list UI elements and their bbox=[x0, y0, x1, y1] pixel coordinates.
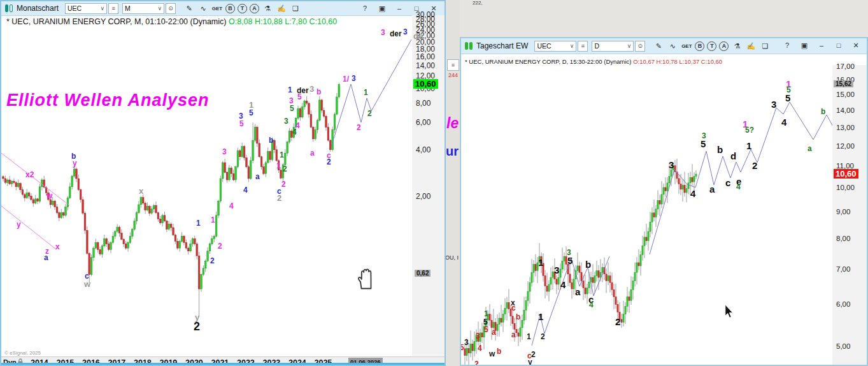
year-axis-label: 2019 bbox=[160, 358, 178, 366]
elliott-projection-line bbox=[331, 40, 411, 147]
background-watermark-fragment-2: ur bbox=[446, 144, 459, 159]
price-tick-label: 12,00 bbox=[836, 142, 855, 150]
year-axis-label: 2021 bbox=[211, 358, 229, 366]
monthly-candlestick-chart[interactable] bbox=[1, 1, 446, 366]
price-tick-label: 14,00 bbox=[836, 106, 855, 114]
esignal-copyright: © eSignal, 2025 bbox=[4, 350, 41, 356]
year-axis-label: 2018 bbox=[134, 358, 152, 366]
wave-label: 1 bbox=[527, 333, 531, 340]
wave-label: x bbox=[55, 243, 60, 251]
year-axis-label: 2023 bbox=[263, 358, 281, 366]
wave-label: 1 bbox=[364, 89, 368, 96]
wave-label: 2 bbox=[218, 242, 222, 250]
wave-label: 3 bbox=[554, 265, 559, 275]
background-menu-button-fragment[interactable]: ≡ bbox=[447, 59, 459, 71]
wave-label: w bbox=[489, 350, 495, 358]
wave-label: b bbox=[585, 260, 591, 269]
wave-label: 5 bbox=[460, 344, 464, 351]
monthly-chart-header: * UEC, URANIUM ENERGY CORP, M, 01:10-22:… bbox=[6, 17, 337, 26]
price-tick-label: 11,00 bbox=[836, 162, 854, 170]
wave-label: 2 bbox=[474, 360, 479, 366]
price-tick-label: 6,00 bbox=[836, 300, 850, 308]
price-tick-label: 8,00 bbox=[416, 99, 430, 108]
wave-label: a bbox=[492, 328, 496, 336]
wave-label: 4 bbox=[229, 202, 234, 210]
background-red-number-fragment: 244 bbox=[448, 72, 458, 78]
daily-chart-header: * UEC, URANIUM ENERGY CORP, D, 15:30-22:… bbox=[465, 58, 722, 65]
wave-label: 3 bbox=[403, 28, 408, 36]
year-axis-label: 2020 bbox=[185, 358, 203, 366]
wave-label: a bbox=[709, 184, 715, 194]
wave-label: 4 bbox=[243, 186, 248, 194]
wave-label: 2 bbox=[327, 158, 331, 166]
wave-label: a bbox=[575, 287, 580, 296]
wave-label: der bbox=[297, 87, 309, 94]
price-tick-label: 17,00 bbox=[836, 62, 855, 70]
wave-label: 4 bbox=[690, 189, 695, 198]
price-tick-label: 6,00 bbox=[416, 118, 430, 127]
wave-label: b bbox=[269, 136, 273, 144]
wave-label: 3 bbox=[771, 99, 776, 109]
wave-label: x bbox=[139, 187, 143, 195]
wave-label: a bbox=[511, 331, 516, 339]
price-tick-label: 15,00 bbox=[836, 91, 855, 98]
price-tick-label: 16,00 bbox=[416, 52, 435, 61]
year-axis-label: 2014 bbox=[31, 358, 48, 366]
background-watermark-fragment-1: le bbox=[446, 115, 459, 132]
wave-label: x2 bbox=[25, 171, 34, 179]
wave-label: y bbox=[17, 221, 21, 228]
mouse-arrow-cursor bbox=[724, 305, 734, 319]
price-tick-label: 9,00 bbox=[836, 208, 850, 216]
wave-label: 2 bbox=[752, 161, 757, 170]
monthly-price-axis[interactable]: 30,0028,0026,0024,0022,0020,0018,0016,00… bbox=[412, 15, 446, 356]
wave-label: c bbox=[725, 178, 730, 187]
wave-label: 3 bbox=[352, 75, 356, 82]
wave-label: w bbox=[46, 192, 52, 200]
wave-label: 1 bbox=[746, 141, 751, 150]
wave-label: d bbox=[730, 151, 736, 161]
wave-label: 2 bbox=[210, 257, 215, 265]
wave-label: 3 bbox=[381, 29, 385, 36]
year-axis-label: 2024 bbox=[288, 358, 306, 366]
elliott-watermark: Elliott Wellen Analysen bbox=[6, 91, 210, 110]
year-axis-label: 2016 bbox=[82, 358, 100, 366]
wave-label: 1 bbox=[484, 310, 488, 318]
wave-label: b bbox=[717, 145, 723, 154]
wave-label: 1 bbox=[276, 162, 281, 170]
year-axis-label: 2025 bbox=[315, 358, 332, 366]
background-top-strip bbox=[460, 0, 868, 37]
wave-label: 4 bbox=[781, 117, 786, 127]
elliott-projection-line bbox=[1, 206, 56, 249]
wave-label: 2 bbox=[367, 110, 372, 117]
daily-price-axis[interactable]: 17,0016,0015,0014,0013,0012,0011,0010,00… bbox=[832, 65, 868, 366]
price-tick-label: 7,00 bbox=[836, 265, 850, 273]
wave-label: der bbox=[390, 30, 402, 38]
wave-label: 2 bbox=[283, 165, 287, 173]
monthly-ohlc-values: O:8,08 H:10,88 L:7,80 C:10,60 bbox=[229, 17, 337, 26]
background-title-fragment: OU, I bbox=[445, 254, 459, 261]
last-price-tag: 10,60 bbox=[413, 79, 438, 89]
future-date-label: 01.06.2026 bbox=[348, 358, 383, 366]
wave-label: 2 bbox=[357, 124, 361, 131]
price-tick-label: 14,00 bbox=[416, 61, 435, 70]
wave-label: 1 bbox=[538, 258, 543, 267]
wave-label: 4 bbox=[478, 344, 482, 352]
low-price-tag: 0,62 bbox=[415, 270, 430, 277]
wave-label: 1/ bbox=[343, 75, 349, 83]
wave-label: 3 bbox=[284, 117, 288, 125]
year-axis-label: 2017 bbox=[108, 358, 126, 366]
daily-candlestick-chart[interactable] bbox=[461, 38, 868, 366]
wave-label: 1 bbox=[280, 151, 284, 159]
wave-label: 3 bbox=[476, 332, 480, 340]
wave-label: 3 bbox=[669, 160, 674, 170]
wave-label: 3 bbox=[460, 354, 461, 362]
wave-label: 3 bbox=[464, 339, 469, 346]
wave-label: b bbox=[516, 313, 520, 321]
wave-label: 5 bbox=[239, 120, 244, 128]
wave-label: 1 bbox=[538, 312, 543, 321]
wave-label: 5 bbox=[290, 105, 294, 112]
year-axis-label: 2022 bbox=[237, 358, 255, 366]
wave-label: 5? bbox=[745, 126, 754, 134]
wave-label: 5 bbox=[785, 93, 790, 103]
wave-label: 5 bbox=[567, 256, 573, 265]
